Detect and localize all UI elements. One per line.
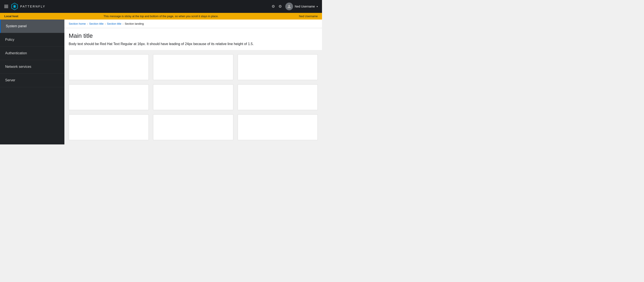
settings-icon-2[interactable]: ⚙ [278,4,282,9]
page-body-text: Body text should be Red Hat Text Regular… [69,42,318,46]
svg-point-3 [288,5,290,7]
card-9[interactable] [238,114,318,140]
breadcrumb: Section home › Section title › Section t… [64,20,322,28]
banner-username: Ned Username [292,14,318,18]
username-label: Ned Username [295,5,315,8]
sidebar-item-label: System panel [6,24,26,28]
page-title: Main title [69,32,318,39]
card-6[interactable] [238,84,318,110]
page-layout: System panel Policy Authentication Netwo… [0,20,322,144]
patternfly-logo-icon [11,2,18,10]
card-grid [69,54,318,140]
user-menu[interactable]: Ned Username ▾ [285,2,318,10]
card-5[interactable] [153,84,233,110]
avatar [285,2,293,10]
page-header: Main title Body text should be Red Hat T… [64,28,322,50]
hamburger-menu-button[interactable] [4,5,8,8]
sidebar-item-system-panel[interactable]: System panel [0,20,64,33]
banner-hostname: Local host [4,14,30,18]
card-1[interactable] [69,54,149,80]
caret-down-icon: ▾ [317,5,318,8]
sidebar-item-server[interactable]: Server [0,74,64,87]
brand-name: PATTERNFLY [20,5,46,8]
card-4[interactable] [69,84,149,110]
sidebar-item-policy[interactable]: Policy [0,33,64,46]
svg-marker-2 [14,5,16,8]
sidebar-item-label: Server [5,78,15,82]
sidebar-item-network-services[interactable]: Network services [0,60,64,74]
breadcrumb-section-home[interactable]: Section home [69,22,86,25]
card-2[interactable] [153,54,233,80]
sidebar-item-label: Network services [5,65,31,68]
sidebar-item-authentication[interactable]: Authentication [0,46,64,60]
breadcrumb-section-title-1[interactable]: Section title [89,22,104,25]
sidebar: System panel Policy Authentication Netwo… [0,20,64,144]
top-navigation: PATTERNFLY ⚙ ⚙ Ned Username ▾ [0,0,322,13]
settings-icon-1[interactable]: ⚙ [272,4,275,9]
card-7[interactable] [69,114,149,140]
sidebar-item-label: Authentication [5,51,27,55]
main-content: Section home › Section title › Section t… [64,20,322,144]
breadcrumb-separator-1: › [87,22,88,25]
breadcrumb-current: Section landing [125,22,144,25]
brand-logo[interactable]: PATTERNFLY [11,2,46,10]
breadcrumb-section-title-2[interactable]: Section title [107,22,121,25]
breadcrumb-separator-2: › [105,22,106,25]
card-8[interactable] [153,114,233,140]
sidebar-item-label: Policy [5,38,14,42]
card-grid-area [64,50,322,144]
breadcrumb-separator-3: › [122,22,124,25]
banner-message: This message is sticky at the top and bo… [30,14,292,18]
nav-right: ⚙ ⚙ Ned Username ▾ [272,2,318,10]
card-3[interactable] [238,54,318,80]
sticky-banner: Local host This message is sticky at the… [0,13,322,20]
nav-left: PATTERNFLY [4,2,46,10]
